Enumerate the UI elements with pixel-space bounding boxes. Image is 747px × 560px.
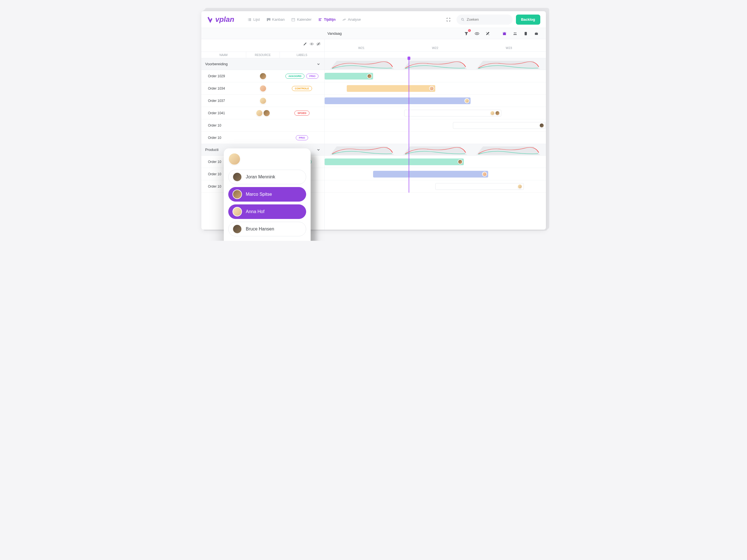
week-header: W23 [472,39,546,51]
timeline-row [325,180,546,193]
fullscreen-icon[interactable] [444,15,453,24]
search-box[interactable] [457,15,513,25]
order-row[interactable]: Order 1029AKKOORDPRIO [201,70,324,82]
svg-point-18 [311,44,312,45]
timeline-bar[interactable] [404,110,501,116]
tag-icon[interactable] [522,30,530,37]
svg-line-9 [463,20,464,21]
timeline-bar[interactable] [325,73,374,80]
order-row[interactable]: Order 10PRIO [201,132,324,144]
group-header[interactable]: Voorbereiding [201,58,324,70]
avatar [259,85,267,92]
label-pill: AKKOORD [285,74,305,79]
nav-analyse[interactable]: Analyse [342,17,361,22]
chevron-down-icon [316,148,320,152]
toolbar: Vandaag 1 [201,28,546,39]
timeline-bar[interactable] [325,158,464,165]
label-pill: SPOED [294,111,309,116]
timeline-bar[interactable] [347,85,435,92]
svg-rect-14 [524,32,527,35]
chevron-down-icon [316,62,320,66]
avatar [259,73,267,80]
backlog-button[interactable]: Backlog [516,15,540,25]
avatar [256,109,263,117]
nav-list[interactable]: Lijst [248,17,260,22]
resource-option[interactable]: Joran Mennink [228,170,306,184]
svg-point-11 [476,33,478,34]
svg-rect-0 [267,18,268,21]
svg-point-8 [461,18,463,20]
eye-slash-icon[interactable] [316,42,320,46]
timeline-row [325,107,546,119]
resource-option[interactable]: Bruce Hansen [228,222,306,236]
order-row[interactable]: Order 1041SPOED [201,107,324,119]
search-icon [461,18,464,22]
search-input[interactable] [467,17,508,22]
popover-search[interactable]: Zoeken [228,239,306,241]
avatar [232,190,242,199]
puzzle-icon[interactable] [500,30,508,37]
order-row[interactable]: Order 10 [201,119,324,132]
timeline-row [325,132,546,144]
pencil-icon[interactable] [303,42,307,46]
timeline-row [325,119,546,132]
timeline-bar[interactable] [325,98,470,104]
week-header: W22 [398,39,472,51]
resource-picker-popover: Joran MenninkMarco SpitseAnna HofBruce H… [224,149,311,241]
timeline-row [325,95,546,107]
label-pill: CONTROLE [292,86,312,91]
order-row[interactable]: Order 1037 [201,95,324,107]
week-header: W21 [325,39,398,51]
svg-rect-16 [536,32,537,33]
eye-icon[interactable] [310,42,314,46]
selected-avatar [228,153,240,165]
now-line [409,58,409,193]
topbar: vplan LijstKanbanKalenderTijdlijnAnalyse… [201,11,546,28]
eye-icon[interactable] [473,30,481,37]
avatar [232,224,242,234]
filter-icon[interactable]: 1 [462,30,470,37]
svg-point-13 [515,32,516,33]
timeline-row [325,168,546,180]
svg-rect-2 [269,18,270,21]
svg-point-12 [514,32,515,33]
timeline-row [325,82,546,95]
timeline-row [325,70,546,82]
avatar [232,172,242,182]
resource-option[interactable]: Anna Hof [228,205,306,219]
nav: LijstKanbanKalenderTijdlijnAnalyse [248,17,361,22]
avatar [263,109,270,117]
resource-option[interactable]: Marco Spitse [228,187,306,202]
briefcase-icon[interactable] [533,30,540,37]
col-header: NAAM [201,52,246,58]
timeline-bar[interactable] [435,183,524,190]
col-header: LABELS [280,52,324,58]
nav-kanban[interactable]: Kanban [267,17,285,22]
order-row[interactable]: Order 1034CONTROLE [201,82,324,95]
today-label[interactable]: Vandaag [207,31,462,35]
label-pill: PRIO [296,135,308,140]
timeline-row [325,156,546,168]
timeline-bar[interactable] [373,171,488,178]
avatar [232,207,242,216]
timeline-bar[interactable] [453,122,546,129]
label-pill: PRIO [306,74,318,79]
users-icon[interactable] [511,30,519,37]
tools-icon[interactable] [484,30,492,37]
svg-rect-1 [268,18,269,20]
svg-rect-3 [292,18,295,21]
timeline: W21W22W23 [325,39,546,230]
logo: vplan [207,15,234,24]
col-header: RESOURCE [246,52,280,58]
avatar [259,97,267,104]
nav-calendar[interactable]: Kalender [291,17,311,22]
nav-timeline[interactable]: Tijdlijn [318,17,336,22]
